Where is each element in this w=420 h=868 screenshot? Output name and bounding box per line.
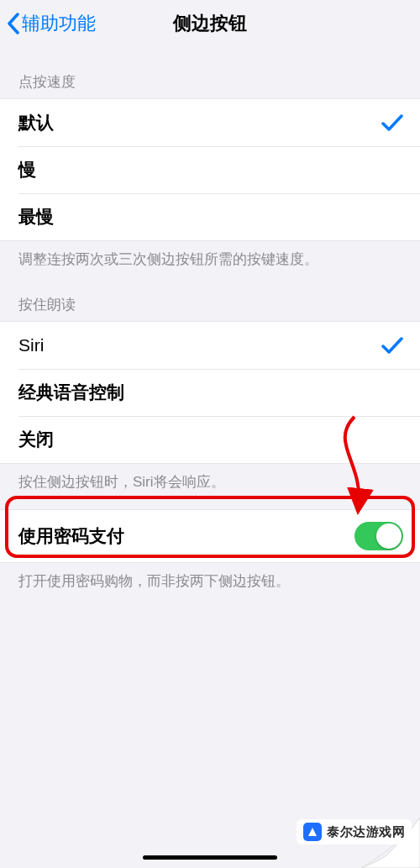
- navigation-bar: 辅助功能 侧边按钮: [0, 0, 420, 47]
- row-label: 最慢: [18, 205, 54, 229]
- watermark: 泰尔达游戏网: [297, 819, 412, 844]
- section-header-hold: 按住朗读: [0, 270, 420, 321]
- section-footer-hold: 按住侧边按钮时，Siri将会响应。: [0, 464, 420, 492]
- back-button[interactable]: 辅助功能: [7, 11, 96, 36]
- hold-option-off[interactable]: 关闭: [0, 416, 420, 463]
- watermark-text: 泰尔达游戏网: [327, 824, 405, 840]
- passcode-pay-list: 使用密码支付: [0, 509, 420, 563]
- watermark-logo-icon: [303, 823, 322, 841]
- speed-option-default[interactable]: 默认: [0, 99, 420, 146]
- checkmark-icon: [381, 336, 403, 355]
- speed-option-slow[interactable]: 慢: [0, 146, 420, 193]
- hold-option-classic[interactable]: 经典语音控制: [0, 369, 420, 416]
- speed-option-slowest[interactable]: 最慢: [0, 193, 420, 240]
- row-label: 慢: [18, 158, 36, 181]
- row-label: 关闭: [18, 428, 54, 451]
- section-header-speed: 点按速度: [0, 47, 420, 98]
- row-label: 默认: [18, 111, 54, 134]
- passcode-pay-toggle[interactable]: [354, 522, 403, 550]
- section-footer-speed: 调整连按两次或三次侧边按钮所需的按键速度。: [0, 241, 420, 270]
- row-label: Siri: [18, 335, 44, 355]
- hold-option-siri[interactable]: Siri: [0, 322, 420, 369]
- page-title: 侧边按钮: [173, 11, 247, 36]
- section-footer-passcode: 打开使用密码购物，而非按两下侧边按钮。: [0, 563, 420, 592]
- checkmark-icon: [381, 113, 403, 132]
- home-indicator: [143, 855, 277, 860]
- row-label: 使用密码支付: [18, 524, 124, 548]
- chevron-left-icon: [7, 13, 20, 34]
- passcode-pay-row[interactable]: 使用密码支付: [0, 510, 420, 562]
- back-label: 辅助功能: [22, 11, 96, 36]
- speed-list: 默认 慢 最慢: [0, 98, 420, 241]
- hold-list: Siri 经典语音控制 关闭: [0, 321, 420, 464]
- row-label: 经典语音控制: [18, 381, 124, 404]
